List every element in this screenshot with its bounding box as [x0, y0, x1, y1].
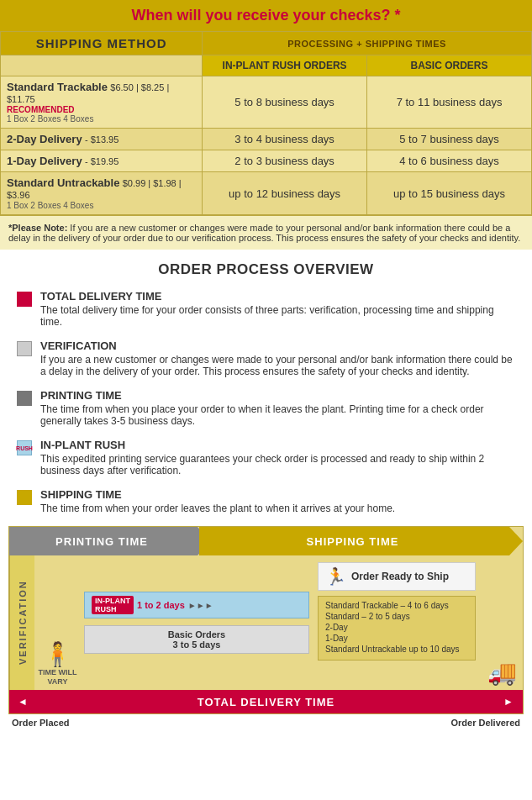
shipping-note: *Please Note: If you are a new customer … [0, 215, 532, 250]
process-text: This expedited printing service guarante… [40, 453, 515, 476]
process-label: PRINTING TIME [40, 389, 515, 402]
printing-time-arrow: PRINTING TIME [9, 527, 211, 555]
order-delivered-label: Order Delivered [450, 718, 520, 728]
table-row: Standard Trackable $6.50 | $8.25 | $11.7… [1, 76, 532, 129]
method-cell: 1-Day Delivery - $19.95 [1, 150, 203, 172]
method-name: 1-Day Delivery [7, 155, 82, 167]
process-item: TOTAL DELIVERY TIMEThe total delivery ti… [17, 290, 515, 328]
process-item: SHIPPING TIMEThe time from when your ord… [17, 488, 515, 514]
shipping-section: When will you receive your checks? * SHI… [0, 0, 532, 250]
delivery-truck-icon: 🚚 [487, 659, 517, 687]
diagram-top-bar: PRINTING TIME SHIPPING TIME [9, 527, 523, 555]
rush-box-label: IN-PLANTRUSH 1 to 2 days ►►► [92, 596, 302, 614]
process-label: VERIFICATION [40, 339, 515, 352]
process-text: The time from when your order leaves the… [40, 503, 395, 514]
method-boxes: 1 Box 2 Boxes 4 Boxes [7, 114, 196, 124]
rush-time-box: IN-PLANTRUSH 1 to 2 days ►►► [84, 592, 309, 618]
proc-header: PROCESSING + SHIPPING TIMES [203, 32, 532, 55]
process-icon-dgray [17, 391, 32, 406]
order-ready-box: 🏃 Order Ready to Ship [318, 562, 476, 591]
diagram-section: PRINTING TIME SHIPPING TIME VERIFICATION… [8, 526, 524, 729]
process-label: IN-PLANT RUSH [40, 439, 515, 451]
shipping-time-arrow: SHIPPING TIME [199, 527, 523, 555]
process-item: VERIFICATIONIf you are a new customer or… [17, 339, 515, 377]
method-cell: 2-Day Delivery - $13.95 [1, 129, 203, 150]
diagram-outer: PRINTING TIME SHIPPING TIME VERIFICATION… [8, 526, 524, 714]
note-text: If you are a new customer or changes wer… [8, 223, 520, 243]
process-content: TOTAL DELIVERY TIMEThe total delivery ti… [40, 290, 515, 328]
title-asterisk: * [391, 7, 401, 24]
method-name: Standard Untrackable [7, 176, 119, 189]
ship-times-box: Standard Trackable – 4 to 6 daysStandard… [318, 596, 476, 661]
method-cell: Standard Untrackable $0.99 | $1.98 | $3.… [1, 172, 203, 215]
recommended-tag: RECOMMENDED [7, 105, 196, 114]
delivery-area: 🚚 [481, 555, 523, 690]
verification-label: VERIFICATION [9, 555, 34, 690]
basic-label: Basic Orders [92, 629, 302, 639]
process-icon-gray [17, 341, 32, 356]
basic-col-header: BASIC ORDERS [367, 55, 532, 76]
table-row: Standard Untrackable $0.99 | $1.98 | $3.… [1, 172, 532, 215]
process-content: SHIPPING TIMEThe time from when your ord… [40, 488, 395, 514]
rush-time-cell: up to 12 business days [203, 172, 367, 215]
shipping-table: SHIPPING METHOD PROCESSING + SHIPPING TI… [0, 31, 532, 215]
ship-time-entry: Standard – 2 to 5 days [325, 612, 468, 621]
rush-time-cell: 3 to 4 business days [203, 129, 367, 150]
runner-icon: 🏃 [325, 566, 346, 587]
process-text: If you are a new customer or changes wer… [40, 354, 515, 377]
note-label: *Please Note: [8, 223, 67, 233]
process-content: VERIFICATIONIf you are a new customer or… [40, 339, 515, 377]
table-row: 1-Day Delivery - $19.952 to 3 business d… [1, 150, 532, 172]
total-delivery-bar: TOTAL DELIVERY TIME [9, 690, 523, 713]
method-name: 2-Day Delivery [7, 133, 82, 145]
basic-days: 3 to 5 days [92, 639, 302, 650]
process-item: PRINTING TIMEThe time from when you plac… [17, 389, 515, 427]
table-row: 2-Day Delivery - $13.953 to 4 business d… [1, 129, 532, 150]
ship-time-entry: 2-Day [325, 623, 468, 632]
process-label: SHIPPING TIME [40, 488, 395, 501]
overview-section: ORDER PROCESS OVERVIEW TOTAL DELIVERY TI… [0, 250, 532, 514]
basic-time-cell: 5 to 7 business days [367, 129, 532, 150]
basic-time-cell: 7 to 11 business days [367, 76, 532, 129]
overview-title: ORDER PROCESS OVERVIEW [17, 261, 515, 278]
diagram-footer: Order Placed Order Delivered [8, 714, 524, 729]
method-name: Standard Trackable [7, 81, 108, 93]
diagram-center-col: IN-PLANTRUSH 1 to 2 days ►►► Basic Order… [81, 555, 313, 690]
process-item: RUSHIN-PLANT RUSHThis expedited printing… [17, 439, 515, 476]
process-content: IN-PLANT RUSHThis expedited printing ser… [40, 439, 515, 476]
basic-time-cell: 4 to 6 business days [367, 150, 532, 172]
order-ready-label: Order Ready to Ship [351, 571, 449, 582]
rush-days: 1 to 2 days [137, 600, 185, 610]
ship-time-entry: 1-Day [325, 634, 468, 643]
rush-tag: IN-PLANTRUSH [92, 596, 134, 614]
basic-time-cell: up to 15 business days [367, 172, 532, 215]
order-placed-label: Order Placed [12, 718, 69, 728]
shipping-title: When will you receive your checks? * [0, 0, 532, 31]
method-subheader [1, 55, 203, 76]
process-text: The time from when you place your order … [40, 403, 515, 427]
total-delivery-label: TOTAL DELIVERY TIME [198, 696, 334, 708]
title-text: When will you receive your checks? [131, 7, 390, 24]
diagram-body: VERIFICATION 🧍 TIME WILL VARY IN-PLANTRU… [9, 555, 523, 690]
process-icon-red [17, 292, 32, 307]
process-label: TOTAL DELIVERY TIME [40, 290, 515, 303]
ship-time-entry: Standard Trackable – 4 to 6 days [325, 601, 468, 610]
rush-time-cell: 5 to 8 business days [203, 76, 367, 129]
diagram-right-col: 🏃 Order Ready to Ship Standard Trackable… [313, 555, 481, 690]
ship-time-entry: Standard Untrackable up to 10 days [325, 645, 468, 654]
diagram-left-col: 🧍 TIME WILL VARY [34, 555, 81, 690]
basic-orders-box: Basic Orders 3 to 5 days [84, 625, 309, 654]
method-cell: Standard Trackable $6.50 | $8.25 | $11.7… [1, 76, 203, 129]
time-will-vary: TIME WILL VARY [36, 668, 79, 687]
method-col-header: SHIPPING METHOD [1, 32, 203, 55]
process-icon-rush: RUSH [17, 440, 32, 455]
method-boxes: 1 Box 2 Boxes 4 Boxes [7, 201, 196, 210]
person-icon: 🧍 [43, 643, 72, 666]
rush-col-header: IN-PLANT RUSH ORDERS [203, 55, 367, 76]
process-content: PRINTING TIMEThe time from when you plac… [40, 389, 515, 427]
process-text: The total delivery time for your order c… [40, 304, 515, 328]
rush-time-cell: 2 to 3 business days [203, 150, 367, 172]
process-icon-gold [17, 490, 32, 505]
